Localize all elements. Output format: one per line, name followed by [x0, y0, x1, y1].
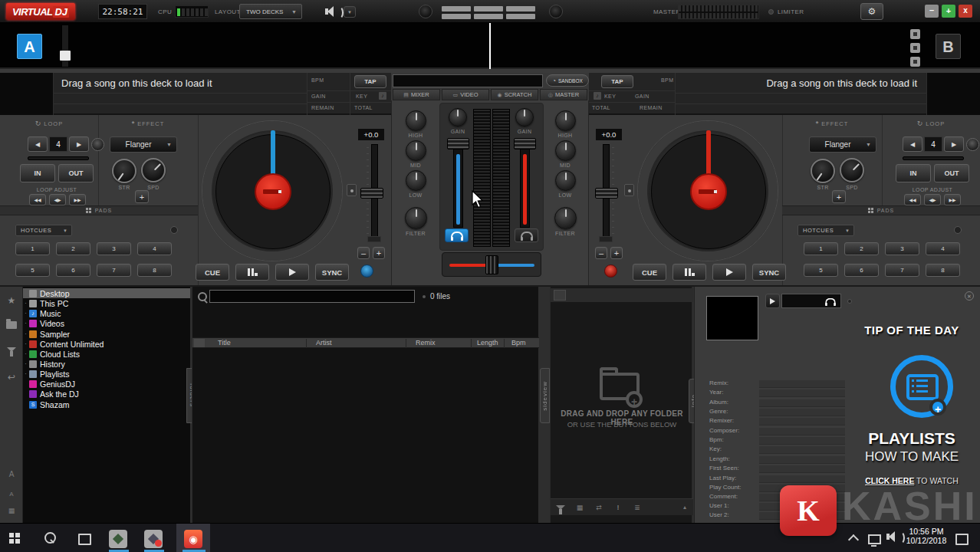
pads-page-indicator[interactable] — [954, 226, 962, 234]
loop-in-button[interactable]: IN — [896, 164, 931, 182]
font-size-small-button[interactable]: A — [4, 488, 19, 500]
sidebar-item-ask-the-dj[interactable]: Ask the DJ — [23, 389, 190, 399]
loop-out-button[interactable]: OUT — [58, 164, 94, 182]
deck-a-pad-7[interactable]: 7 — [97, 264, 131, 277]
deck-b-pad-7[interactable]: 7 — [885, 264, 919, 277]
deck-b-play-button[interactable] — [712, 264, 746, 281]
sidebar-item-history[interactable]: History — [23, 359, 190, 369]
deck-b-eq-mid-knob[interactable] — [555, 140, 576, 161]
loop-back-button[interactable]: ◀◀ — [904, 194, 921, 205]
deck-b-jog-wheel[interactable] — [637, 120, 778, 261]
deck-a-pad-4[interactable]: 4 — [137, 242, 172, 255]
deck-b-eq-high-knob[interactable] — [555, 110, 576, 131]
preview-bar[interactable] — [781, 294, 841, 308]
deck-a-eq-mid-knob[interactable] — [406, 140, 426, 161]
deck-b-pad-3[interactable]: 3 — [885, 242, 919, 255]
loop-double-button[interactable]: ▶ — [944, 136, 964, 152]
column-header-artist[interactable]: Artist — [307, 339, 406, 348]
tab-video[interactable]: ▭VIDEO — [442, 89, 489, 100]
settings-button[interactable]: ⚙ — [860, 3, 883, 20]
deck-a-eq-high-knob[interactable] — [406, 110, 426, 131]
prelisten-text-box[interactable] — [393, 74, 543, 87]
deck-b-effect-dropdown[interactable]: Flanger ▼ — [809, 136, 876, 153]
folder-view-button[interactable] — [4, 317, 19, 333]
deck-b-pitch-minus-button[interactable]: – — [595, 247, 607, 259]
tag-value[interactable] — [759, 428, 845, 435]
loop-adjust-button[interactable]: ◀▶ — [49, 194, 66, 205]
grid-button[interactable]: ▦ — [572, 501, 587, 513]
deck-b-effect-str-knob[interactable] — [811, 159, 835, 183]
deck-a-pad-3[interactable]: 3 — [97, 242, 131, 255]
pads-page-indicator[interactable] — [170, 226, 178, 234]
loop-forward-button[interactable]: ▶▶ — [69, 194, 86, 205]
deck-a-pad-5[interactable]: 5 — [15, 264, 50, 277]
wave-option-button[interactable] — [910, 43, 920, 53]
deck-b-pitch-plus-button[interactable]: + — [610, 247, 623, 259]
sandbox-button[interactable]: ◔ SANDBOX — [546, 74, 589, 87]
sidebar-item-this-pc[interactable]: This PC — [23, 298, 190, 308]
list-button[interactable]: ≣ — [630, 501, 645, 513]
sidebar-item-geniusdj[interactable]: GeniusDJ — [23, 379, 190, 389]
volume-dropdown[interactable]: ▼ — [344, 6, 356, 18]
wave-option-button[interactable] — [910, 29, 920, 39]
sideview-tab[interactable]: sideview — [540, 368, 550, 423]
key-match-icon[interactable]: ♪ — [594, 92, 601, 100]
deck-b-pfl-button[interactable] — [515, 228, 538, 242]
sidebar-item-videos[interactable]: Videos — [23, 318, 190, 328]
waveform-area[interactable]: A B — [0, 23, 980, 69]
column-header-remix[interactable]: Remix — [407, 339, 472, 348]
sidebar-item-sampler[interactable]: Sampler — [23, 329, 190, 339]
smart-loop-button[interactable] — [966, 138, 979, 151]
deck-a-pitch-minus-button[interactable]: – — [357, 247, 370, 259]
loop-half-button[interactable]: ◀ — [28, 136, 48, 152]
network-tray-icon[interactable] — [868, 534, 881, 544]
sideview-header-box[interactable] — [554, 290, 566, 301]
search-input[interactable] — [209, 290, 415, 303]
deck-a-pads-header[interactable]: PADS — [0, 205, 198, 215]
tag-value[interactable] — [759, 399, 845, 407]
sidebar-item-desktop[interactable]: Desktop — [23, 288, 190, 298]
deck-b-hotcues-dropdown[interactable]: HOTCUES ▼ — [797, 225, 854, 236]
deck-a-jog-wheel[interactable] — [202, 120, 343, 261]
column-header-bpm[interactable]: Bpm — [505, 339, 536, 348]
tag-value[interactable] — [759, 475, 845, 483]
deck-a-pad-2[interactable]: 2 — [56, 242, 90, 255]
key-match-icon[interactable]: ♪ — [379, 92, 386, 100]
deck-b-pad-8[interactable]: 8 — [926, 264, 960, 277]
deck-a-pad-6[interactable]: 6 — [56, 264, 90, 277]
sidebar-item-shazam[interactable]: SShazam — [23, 399, 190, 409]
deck-b-sync-button[interactable]: SYNC — [752, 264, 786, 281]
deck-b-pad-5[interactable]: 5 — [804, 264, 838, 277]
crossfader[interactable] — [442, 252, 541, 277]
deck-a-filter-knob[interactable] — [405, 207, 427, 229]
deck-b-tap-button[interactable]: TAP — [601, 75, 633, 88]
task-view-button[interactable] — [78, 534, 91, 545]
deck-b-pad-4[interactable]: 4 — [926, 242, 960, 255]
panel-close-button[interactable]: ✕ — [965, 291, 974, 301]
deck-a-eq-low-knob[interactable] — [406, 170, 426, 191]
font-size-button[interactable]: A — [4, 468, 19, 480]
back-button[interactable]: ↩ — [4, 370, 19, 385]
taskbar-app-2[interactable] — [144, 530, 163, 548]
left-knob[interactable] — [419, 5, 432, 18]
deck-a-pitch-plus-button[interactable]: + — [373, 247, 385, 259]
deck-a-sync-button[interactable]: SYNC — [315, 264, 349, 281]
favorites-button[interactable]: ★ — [4, 293, 19, 308]
deck-a-effect-dropdown[interactable]: Flanger ▼ — [110, 136, 177, 153]
start-button[interactable] — [9, 533, 20, 544]
deck-b-effect-spd-knob[interactable] — [840, 158, 864, 182]
loop-forward-button[interactable]: ▶▶ — [944, 194, 961, 205]
minimize-button[interactable]: – — [925, 5, 939, 18]
tray-expand-button[interactable] — [850, 536, 857, 544]
taskbar-app-1[interactable] — [109, 530, 127, 548]
deck-a-pad-1[interactable]: 1 — [15, 242, 50, 255]
preview-play-button[interactable] — [765, 294, 780, 308]
tab-scratch[interactable]: ◉SCRATCH — [491, 89, 538, 100]
expand-button[interactable]: ▴ — [679, 501, 690, 513]
tag-value[interactable] — [759, 465, 845, 473]
deck-a-effect-str-knob[interactable] — [112, 159, 136, 183]
deck-b-filter-knob[interactable] — [554, 207, 577, 229]
speaker-icon[interactable] — [325, 8, 328, 15]
deck-b-cue-button[interactable]: CUE — [633, 264, 666, 281]
deck-a-pfl-button[interactable] — [445, 228, 469, 242]
